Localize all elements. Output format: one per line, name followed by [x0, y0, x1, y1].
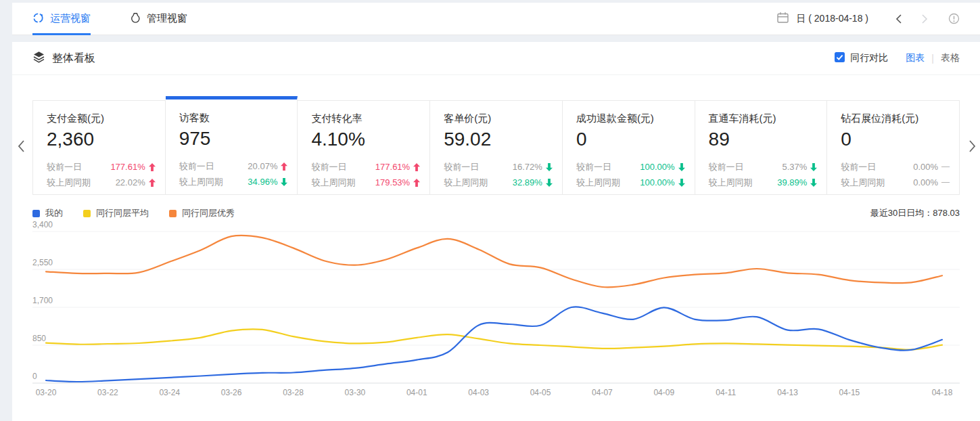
- svg-text:3,400: 3,400: [32, 221, 53, 229]
- svg-text:03-24: 03-24: [159, 388, 180, 397]
- tab-management-view[interactable]: 管理视窗: [130, 3, 187, 35]
- metric-compare-rows: 较前一日5.37%较上周同期39.89%: [709, 159, 818, 190]
- svg-text:2,550: 2,550: [32, 258, 53, 267]
- compare-label: 较前一日: [444, 159, 479, 175]
- tab-operation-view[interactable]: 运营视窗: [32, 3, 91, 35]
- metric-title: 钻石展位消耗(元): [841, 112, 950, 125]
- panel-header: 整体看板 同行对比 图表 | 表格: [12, 42, 980, 75]
- nav-right-controls: 日 ( 2018-04-18 ): [776, 11, 960, 27]
- metric-title: 支付转化率: [311, 112, 420, 125]
- trend-chart-section: 我的同行同层平均同行同层优秀 最近30日日均：878.03 08501,7002…: [12, 206, 980, 401]
- overview-panel: 整体看板 同行对比 图表 | 表格 支付金额(元) 2,360 较前一日177.…: [12, 42, 980, 421]
- metric-compare-row: 较上周同期100.00%: [576, 175, 685, 190]
- visitors-trend-chart[interactable]: 08501,7002,5503,40003-2003-2203-2403-260…: [32, 221, 960, 398]
- metric-card[interactable]: 支付转化率 4.10% 较前一日177.61%较上周同期179.53%: [298, 100, 430, 195]
- legend-label: 同行同层平均: [96, 207, 149, 219]
- trend-flat-icon: —: [941, 175, 950, 190]
- compare-label: 较前一日: [179, 158, 214, 174]
- metric-cards-row: 支付金额(元) 2,360 较前一日177.61%较上周同期22.02% 访客数…: [32, 100, 960, 195]
- chevron-left-icon[interactable]: [886, 11, 912, 27]
- metric-compare-row: 较上周同期39.89%: [709, 175, 818, 190]
- metric-compare-row: 较上周同期22.02%: [47, 175, 156, 190]
- metric-compare-row: 较前一日20.07%: [179, 158, 288, 174]
- view-table-link[interactable]: 表格: [941, 52, 960, 64]
- trend-up-icon: [149, 163, 156, 171]
- metric-compare-row: 较上周同期34.96%: [179, 174, 288, 190]
- metric-value: 4.10%: [311, 129, 420, 150]
- legend-label: 同行同层优秀: [182, 207, 235, 219]
- calendar-icon[interactable]: [776, 12, 789, 26]
- metric-card[interactable]: 客单价(元) 59.02 较前一日16.72%较上周同期32.89%: [430, 100, 563, 195]
- legend-item[interactable]: 同行同层平均: [83, 207, 149, 219]
- header-controls: 同行对比 图表 | 表格: [835, 52, 960, 64]
- checkbox-checked-icon: [835, 52, 845, 64]
- metric-value: 0: [576, 129, 685, 150]
- metric-compare-rows: 较前一日16.72%较上周同期32.89%: [444, 159, 553, 190]
- info-icon[interactable]: [948, 13, 960, 24]
- compare-value: 16.72%: [513, 159, 553, 175]
- tab-label: 运营视窗: [50, 12, 91, 25]
- metric-compare-row: 较前一日177.61%: [311, 159, 420, 175]
- tab-label: 管理视窗: [147, 12, 187, 25]
- metric-card[interactable]: 支付金额(元) 2,360 较前一日177.61%较上周同期22.02%: [32, 100, 166, 195]
- metric-card[interactable]: 成功退款金额(元) 0 较前一日100.00%较上周同期100.00%: [563, 100, 695, 195]
- metric-title: 直通车消耗(元): [709, 112, 818, 125]
- metric-title: 访客数: [179, 112, 288, 125]
- layers-icon: [32, 51, 45, 66]
- compare-value: 177.61%: [375, 159, 420, 175]
- compare-value: 100.00%: [640, 175, 684, 190]
- svg-text:03-22: 03-22: [97, 388, 118, 397]
- metric-card[interactable]: 直通车消耗(元) 89 较前一日5.37%较上周同期39.89%: [695, 100, 828, 195]
- metric-compare-rows: 较前一日177.61%较上周同期22.02%: [47, 159, 156, 190]
- trend-up-icon: [413, 179, 420, 187]
- metric-cards-carousel: 支付金额(元) 2,360 较前一日177.61%较上周同期22.02% 访客数…: [12, 100, 980, 195]
- compare-value: 5.37%: [782, 159, 817, 175]
- compare-value: 32.89%: [513, 175, 553, 190]
- metric-value: 59.02: [444, 129, 553, 150]
- background-gap: [0, 35, 980, 42]
- trend-down-icon: [546, 179, 553, 187]
- metric-title: 支付金额(元): [47, 112, 156, 125]
- date-picker-value[interactable]: 日 ( 2018-04-18 ): [796, 13, 868, 25]
- svg-text:03-28: 03-28: [283, 388, 304, 397]
- compare-label: 较前一日: [47, 159, 82, 175]
- metric-compare-row: 较前一日177.61%: [47, 159, 156, 175]
- metric-card[interactable]: 钻石展位消耗(元) 0 较前一日0.00%—较上周同期0.00%—: [827, 100, 960, 195]
- svg-text:03-20: 03-20: [36, 388, 57, 397]
- carousel-next-icon[interactable]: [969, 139, 977, 156]
- trend-up-icon: [281, 162, 287, 171]
- view-divider: |: [931, 53, 934, 64]
- legend-label: 我的: [45, 207, 63, 219]
- compare-label: 较上周同期: [709, 175, 753, 190]
- carousel-prev-icon[interactable]: [17, 139, 25, 156]
- metric-card[interactable]: 访客数 975 较前一日20.07%较上周同期34.96%: [166, 96, 298, 195]
- legend-swatch: [32, 210, 40, 217]
- sync-circle-icon: [32, 12, 44, 26]
- compare-label: 较前一日: [841, 159, 876, 175]
- metric-compare-row: 较前一日0.00%—: [841, 159, 950, 175]
- svg-text:1,700: 1,700: [32, 296, 53, 305]
- view-chart-link[interactable]: 图表: [906, 52, 925, 64]
- avg-30d-note: 最近30日日均：878.03: [870, 207, 960, 219]
- trend-down-icon: [810, 163, 817, 171]
- metric-compare-rows: 较前一日20.07%较上周同期34.96%: [179, 158, 288, 190]
- peer-compare-label: 同行对比: [850, 52, 888, 64]
- metric-title: 成功退款金额(元): [576, 112, 685, 125]
- legend-item[interactable]: 我的: [32, 207, 63, 219]
- svg-text:04-07: 04-07: [592, 388, 613, 397]
- chevron-right-icon[interactable]: [912, 11, 937, 27]
- metric-compare-row: 较上周同期179.53%: [311, 175, 420, 190]
- svg-text:03-30: 03-30: [345, 388, 366, 397]
- compare-value: 39.89%: [777, 175, 817, 190]
- trend-down-icon: [810, 179, 817, 187]
- compare-label: 较上周同期: [576, 175, 620, 190]
- metric-compare-rows: 较前一日177.61%较上周同期179.53%: [311, 159, 420, 190]
- compare-label: 较上周同期: [47, 175, 91, 190]
- compare-label: 较前一日: [576, 159, 611, 175]
- metric-compare-row: 较上周同期32.89%: [444, 175, 553, 190]
- compare-label: 较上周同期: [444, 175, 488, 190]
- legend-item[interactable]: 同行同层优秀: [169, 207, 235, 219]
- peer-compare-checkbox[interactable]: 同行对比: [835, 52, 888, 64]
- metric-compare-rows: 较前一日100.00%较上周同期100.00%: [576, 159, 685, 190]
- svg-text:04-15: 04-15: [839, 388, 860, 397]
